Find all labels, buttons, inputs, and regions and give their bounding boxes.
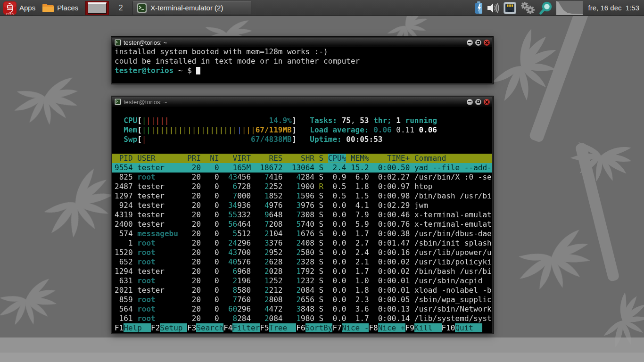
fkey-label-nice+[interactable]: Nice + [378,323,405,332]
torios-logo-icon [3,1,17,15]
pager-desktop-2[interactable]: 2 [109,1,132,15]
load-graph [556,1,583,15]
process-row[interactable]: 1 root 20 0 24296 3376 2408 S 0.0 2.7 0:… [112,239,492,248]
fkey-f8[interactable]: F8 [369,323,378,332]
column-header-mem[interactable]: MEM% [351,154,369,163]
text-cursor [196,67,200,74]
process-row[interactable]: 161 root 20 0 8284 2084 1980 S 0.0 1.7 0… [112,314,492,323]
terminal-output-line: installed system booted with mem=128m wo… [112,47,492,57]
process-row[interactable]: 2400 tester 20 0 56464 7208 5740 S 0.0 5… [112,220,492,229]
process-row[interactable]: 2021 tester 20 0 8580 2212 2084 S 0.0 1.… [112,286,492,295]
taskbar-button-xterminal[interactable]: X-terminal-emulator (2) [132,1,251,15]
process-row[interactable]: 924 tester 20 0 34936 4976 3976 S 0.0 4.… [112,201,492,210]
close-button[interactable] [484,99,490,105]
fkey-label-filter[interactable]: Filter [232,323,260,332]
fkey-label-tree[interactable]: Tree [269,323,297,332]
terminal-app-icon [137,3,147,13]
process-row[interactable]: 1294 tester 20 0 6968 2028 1792 S 0.0 1.… [112,267,492,276]
places-menu[interactable]: Places [39,0,82,16]
column-header-pri[interactable]: PRI [183,154,201,163]
fkey-f5[interactable]: F5 [260,323,269,332]
pager-desktop-1[interactable] [85,1,109,15]
fkey-f4[interactable]: F4 [223,323,232,332]
window2-titlebar[interactable]: tester@torios: ~ [112,97,492,107]
process-row[interactable]: 825 root 20 0 43456 7416 4284 S 0.9 6.0 … [112,173,492,182]
workspace-pager[interactable]: 2 [85,0,132,16]
terminal-screen-1[interactable]: installed system booted with mem=128m wo… [112,47,492,75]
apps-label: Apps [19,4,35,12]
pager-window-thumbnail [88,2,107,14]
column-header-res[interactable]: RES [256,154,283,163]
maximize-button[interactable] [475,40,481,46]
taskbar-item-label: X-terminal-emulator (2) [150,4,223,12]
column-header-user[interactable]: USER [137,154,178,163]
battery-icon[interactable] [475,1,483,14]
apps-menu[interactable]: Apps [0,0,39,16]
fkey-f9[interactable]: F9 [405,323,414,332]
process-row[interactable]: 1520 root 20 0 43700 2952 2580 S 0.0 2.4… [112,248,492,257]
fkey-f6[interactable]: F6 [296,323,305,332]
mem-meter: Mem[|||||||||||||||||||||||||67/119MB] L… [112,125,492,135]
fkey-f3[interactable]: F3 [187,323,196,332]
fkey-f1[interactable]: F1 [115,323,124,332]
window1-title: tester@torios: ~ [124,39,464,46]
fkey-label-sortby[interactable]: SortBy [305,323,333,332]
process-row[interactable]: 652 root 20 0 40576 2628 2328 S 0.0 2.1 … [112,257,492,267]
column-header-shr[interactable]: SHR [287,154,314,163]
fkey-label-setup[interactable]: Setup [160,323,187,332]
table-header[interactable]: PID USER PRI NI VIRT RES SHR S CPU% MEM%… [112,154,492,163]
volume-icon[interactable] [487,2,500,14]
places-label: Places [57,4,78,12]
process-row[interactable]: 9554 tester 20 0 165M 18672 13064 S 2.4 … [112,163,492,173]
minimize-button[interactable] [467,99,473,105]
terminal-output-line: could be installed in text mode or in an… [112,57,492,66]
column-header-time[interactable]: TIME+ [373,154,410,163]
fkey-f7[interactable]: F7 [332,323,341,332]
terminal-window-1: tester@torios: ~ installed system booted… [111,37,493,84]
window1-titlebar[interactable]: tester@torios: ~ [112,38,492,47]
cpu-meter: CPU[|||||| 14.9%] Tasks: 75, 53 thr; 1 r… [112,116,492,125]
top-panel: Apps Places 2 X-terminal-emulator (2) [0,0,644,16]
search-icon[interactable] [539,1,553,15]
clock: fre, 16 dec 1:53 [585,4,644,12]
fkey-f2[interactable]: F2 [151,323,160,332]
terminal-icon [115,39,121,46]
process-row[interactable]: 574 messagebu 20 0 5512 2104 1676 S 0.0 … [112,229,492,239]
fkey-label-search[interactable]: Search [196,323,223,332]
process-row[interactable]: 564 root 20 0 60296 4472 3848 S 0.0 3.6 … [112,304,492,314]
fkey-f10[interactable]: F10 [442,323,455,332]
folder-icon [42,3,54,13]
process-row[interactable]: 859 root 20 0 7760 2808 2656 S 0.0 2.3 0… [112,295,492,304]
swp-meter: Swp[| 67/4838MB] Uptime: 00:05:53 [112,135,492,144]
column-header-ni[interactable]: NI [206,154,219,163]
fkey-label-kill[interactable]: Kill [414,323,442,332]
minimize-button[interactable] [467,40,473,46]
function-key-bar: F1Help F2Setup F3SearchF4FilterF5Tree F6… [112,323,492,333]
htop-screen[interactable]: CPU[|||||| 14.9%] Tasks: 75, 53 thr; 1 r… [112,107,492,333]
gears-icon[interactable] [520,1,535,15]
close-button[interactable] [484,40,490,46]
terminal-window-htop: tester@torios: ~ CPU[|||||| 14.9%] Tasks… [111,96,493,334]
process-row[interactable]: 1297 tester 20 0 7000 1852 1596 S 0.5 1.… [112,191,492,201]
desktop2-label: 2 [119,4,123,12]
fkey-label-nice-[interactable]: Nice - [342,323,369,332]
column-header-s[interactable]: S [319,154,324,163]
network-icon[interactable] [504,2,516,14]
column-header-pid[interactable]: PID [115,154,133,163]
column-header-command[interactable]: Command [414,154,446,163]
column-header-virt[interactable]: VIRT [223,154,251,163]
process-row[interactable]: 4319 tester 20 0 55332 9648 7308 S 0.0 7… [112,210,492,220]
fkey-label-quit[interactable]: Quit [455,323,482,332]
terminal-icon [115,99,121,105]
maximize-button[interactable] [475,99,481,105]
process-row[interactable]: 2487 tester 20 0 6728 2252 1900 R 0.5 1.… [112,182,492,191]
system-tray [475,1,585,15]
window2-title: tester@torios: ~ [124,99,464,106]
fkey-label-help[interactable]: Help [124,323,151,332]
prompt-line: tester@torios ~ $ [112,66,492,75]
column-header-cpu[interactable]: CPU% [328,154,347,163]
process-row[interactable]: 631 root 20 0 2196 1252 1232 S 0.0 1.0 0… [112,276,492,286]
